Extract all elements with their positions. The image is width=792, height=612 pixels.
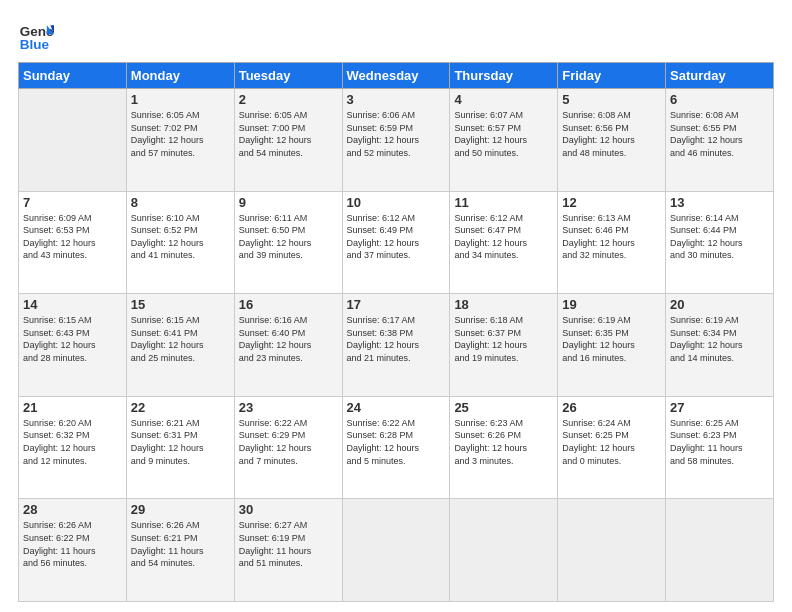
day-info: Sunrise: 6:05 AMSunset: 7:02 PMDaylight:… [131,109,230,159]
day-cell: 30Sunrise: 6:27 AMSunset: 6:19 PMDayligh… [234,499,342,602]
day-info: Sunrise: 6:26 AMSunset: 6:22 PMDaylight:… [23,519,122,569]
day-info: Sunrise: 6:12 AMSunset: 6:47 PMDaylight:… [454,212,553,262]
day-cell: 28Sunrise: 6:26 AMSunset: 6:22 PMDayligh… [19,499,127,602]
calendar-table: SundayMondayTuesdayWednesdayThursdayFrid… [18,62,774,602]
day-info: Sunrise: 6:06 AMSunset: 6:59 PMDaylight:… [347,109,446,159]
day-info: Sunrise: 6:14 AMSunset: 6:44 PMDaylight:… [670,212,769,262]
day-cell: 20Sunrise: 6:19 AMSunset: 6:34 PMDayligh… [666,294,774,397]
day-info: Sunrise: 6:05 AMSunset: 7:00 PMDaylight:… [239,109,338,159]
day-number: 14 [23,297,122,312]
day-number: 16 [239,297,338,312]
day-info: Sunrise: 6:23 AMSunset: 6:26 PMDaylight:… [454,417,553,467]
day-number: 9 [239,195,338,210]
day-info: Sunrise: 6:21 AMSunset: 6:31 PMDaylight:… [131,417,230,467]
day-info: Sunrise: 6:09 AMSunset: 6:53 PMDaylight:… [23,212,122,262]
day-info: Sunrise: 6:15 AMSunset: 6:41 PMDaylight:… [131,314,230,364]
day-info: Sunrise: 6:22 AMSunset: 6:28 PMDaylight:… [347,417,446,467]
day-cell [19,89,127,192]
day-cell: 19Sunrise: 6:19 AMSunset: 6:35 PMDayligh… [558,294,666,397]
day-number: 12 [562,195,661,210]
day-cell: 29Sunrise: 6:26 AMSunset: 6:21 PMDayligh… [126,499,234,602]
day-info: Sunrise: 6:08 AMSunset: 6:55 PMDaylight:… [670,109,769,159]
day-info: Sunrise: 6:25 AMSunset: 6:23 PMDaylight:… [670,417,769,467]
header: General Blue [18,18,774,54]
day-header-friday: Friday [558,63,666,89]
day-cell: 17Sunrise: 6:17 AMSunset: 6:38 PMDayligh… [342,294,450,397]
logo-icon: General Blue [18,18,54,54]
day-info: Sunrise: 6:27 AMSunset: 6:19 PMDaylight:… [239,519,338,569]
week-row-5: 28Sunrise: 6:26 AMSunset: 6:22 PMDayligh… [19,499,774,602]
day-cell: 15Sunrise: 6:15 AMSunset: 6:41 PMDayligh… [126,294,234,397]
day-number: 5 [562,92,661,107]
day-info: Sunrise: 6:08 AMSunset: 6:56 PMDaylight:… [562,109,661,159]
logo: General Blue [18,18,54,54]
day-cell: 22Sunrise: 6:21 AMSunset: 6:31 PMDayligh… [126,396,234,499]
day-number: 24 [347,400,446,415]
day-info: Sunrise: 6:19 AMSunset: 6:35 PMDaylight:… [562,314,661,364]
day-info: Sunrise: 6:26 AMSunset: 6:21 PMDaylight:… [131,519,230,569]
day-cell: 4Sunrise: 6:07 AMSunset: 6:57 PMDaylight… [450,89,558,192]
day-number: 11 [454,195,553,210]
day-cell [450,499,558,602]
day-header-tuesday: Tuesday [234,63,342,89]
day-number: 26 [562,400,661,415]
day-header-monday: Monday [126,63,234,89]
day-cell: 10Sunrise: 6:12 AMSunset: 6:49 PMDayligh… [342,191,450,294]
day-number: 13 [670,195,769,210]
day-info: Sunrise: 6:20 AMSunset: 6:32 PMDaylight:… [23,417,122,467]
day-number: 18 [454,297,553,312]
day-header-wednesday: Wednesday [342,63,450,89]
day-cell: 16Sunrise: 6:16 AMSunset: 6:40 PMDayligh… [234,294,342,397]
day-info: Sunrise: 6:24 AMSunset: 6:25 PMDaylight:… [562,417,661,467]
day-info: Sunrise: 6:12 AMSunset: 6:49 PMDaylight:… [347,212,446,262]
day-info: Sunrise: 6:11 AMSunset: 6:50 PMDaylight:… [239,212,338,262]
day-cell: 3Sunrise: 6:06 AMSunset: 6:59 PMDaylight… [342,89,450,192]
day-info: Sunrise: 6:10 AMSunset: 6:52 PMDaylight:… [131,212,230,262]
day-number: 19 [562,297,661,312]
day-cell: 25Sunrise: 6:23 AMSunset: 6:26 PMDayligh… [450,396,558,499]
day-cell [558,499,666,602]
day-number: 20 [670,297,769,312]
day-header-saturday: Saturday [666,63,774,89]
day-cell: 27Sunrise: 6:25 AMSunset: 6:23 PMDayligh… [666,396,774,499]
day-info: Sunrise: 6:07 AMSunset: 6:57 PMDaylight:… [454,109,553,159]
week-row-2: 7Sunrise: 6:09 AMSunset: 6:53 PMDaylight… [19,191,774,294]
day-number: 29 [131,502,230,517]
day-cell: 14Sunrise: 6:15 AMSunset: 6:43 PMDayligh… [19,294,127,397]
day-number: 30 [239,502,338,517]
day-number: 22 [131,400,230,415]
day-cell: 11Sunrise: 6:12 AMSunset: 6:47 PMDayligh… [450,191,558,294]
day-cell: 6Sunrise: 6:08 AMSunset: 6:55 PMDaylight… [666,89,774,192]
week-row-1: 1Sunrise: 6:05 AMSunset: 7:02 PMDaylight… [19,89,774,192]
day-number: 15 [131,297,230,312]
day-info: Sunrise: 6:17 AMSunset: 6:38 PMDaylight:… [347,314,446,364]
day-number: 21 [23,400,122,415]
day-info: Sunrise: 6:18 AMSunset: 6:37 PMDaylight:… [454,314,553,364]
day-header-sunday: Sunday [19,63,127,89]
day-cell: 13Sunrise: 6:14 AMSunset: 6:44 PMDayligh… [666,191,774,294]
day-cell: 8Sunrise: 6:10 AMSunset: 6:52 PMDaylight… [126,191,234,294]
week-row-4: 21Sunrise: 6:20 AMSunset: 6:32 PMDayligh… [19,396,774,499]
day-cell [666,499,774,602]
day-cell: 7Sunrise: 6:09 AMSunset: 6:53 PMDaylight… [19,191,127,294]
week-row-3: 14Sunrise: 6:15 AMSunset: 6:43 PMDayligh… [19,294,774,397]
day-info: Sunrise: 6:13 AMSunset: 6:46 PMDaylight:… [562,212,661,262]
day-cell: 5Sunrise: 6:08 AMSunset: 6:56 PMDaylight… [558,89,666,192]
day-cell: 1Sunrise: 6:05 AMSunset: 7:02 PMDaylight… [126,89,234,192]
day-cell: 12Sunrise: 6:13 AMSunset: 6:46 PMDayligh… [558,191,666,294]
day-number: 6 [670,92,769,107]
day-cell: 2Sunrise: 6:05 AMSunset: 7:00 PMDaylight… [234,89,342,192]
day-number: 23 [239,400,338,415]
day-cell: 21Sunrise: 6:20 AMSunset: 6:32 PMDayligh… [19,396,127,499]
day-number: 28 [23,502,122,517]
page: General Blue SundayMondayTuesdayWednesda… [0,0,792,612]
svg-text:Blue: Blue [20,37,50,52]
day-number: 10 [347,195,446,210]
header-row: SundayMondayTuesdayWednesdayThursdayFrid… [19,63,774,89]
day-info: Sunrise: 6:15 AMSunset: 6:43 PMDaylight:… [23,314,122,364]
day-info: Sunrise: 6:19 AMSunset: 6:34 PMDaylight:… [670,314,769,364]
day-number: 3 [347,92,446,107]
day-number: 25 [454,400,553,415]
day-cell: 18Sunrise: 6:18 AMSunset: 6:37 PMDayligh… [450,294,558,397]
day-cell: 23Sunrise: 6:22 AMSunset: 6:29 PMDayligh… [234,396,342,499]
